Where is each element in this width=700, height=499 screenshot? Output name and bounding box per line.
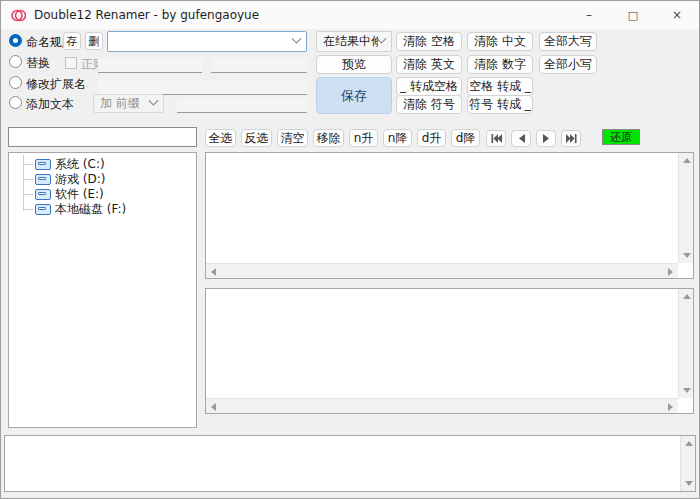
tree-item-drive-e[interactable]: 软件 (E:) bbox=[9, 187, 104, 202]
tree-item-drive-f[interactable]: 本地磁盘 (F:) bbox=[9, 202, 126, 217]
last-page-button[interactable] bbox=[561, 130, 581, 147]
drive-icon bbox=[35, 189, 51, 200]
first-page-button[interactable] bbox=[486, 130, 506, 147]
tree-connector bbox=[23, 209, 33, 210]
sort-date-desc-button[interactable]: d降 bbox=[451, 129, 480, 147]
drive-slot bbox=[38, 207, 46, 210]
next-page-button[interactable] bbox=[536, 130, 556, 147]
extension-field[interactable] bbox=[98, 80, 307, 95]
drive-label: 本地磁盘 (F:) bbox=[55, 201, 126, 218]
text-position-value: 加 前缀 bbox=[100, 95, 150, 112]
scroll-down-icon[interactable] bbox=[683, 253, 691, 258]
previous-page-button[interactable] bbox=[511, 130, 531, 147]
uppercase-button[interactable]: 全部大写 bbox=[539, 32, 597, 51]
clear-symbols-button[interactable]: 清除 符号 bbox=[396, 95, 462, 114]
scroll-up-icon[interactable] bbox=[685, 441, 693, 446]
close-button[interactable]: × bbox=[655, 1, 699, 29]
scroll-left-icon[interactable] bbox=[211, 268, 216, 276]
save-rule-button[interactable]: 存 bbox=[63, 32, 81, 50]
drive-icon bbox=[35, 159, 51, 170]
minimize-button[interactable]: – bbox=[567, 1, 611, 29]
horizontal-scrollbar[interactable] bbox=[206, 263, 678, 278]
maximize-button[interactable]: □ bbox=[611, 1, 655, 29]
vertical-scrollbar[interactable] bbox=[680, 436, 695, 491]
drive-slot bbox=[38, 192, 46, 195]
symbols-to-underscore-button[interactable]: 符号 转成 _ bbox=[467, 95, 533, 114]
scope-dropdown-value: 在结果中修改 bbox=[323, 33, 378, 50]
clear-english-button[interactable]: 清除 英文 bbox=[396, 55, 462, 74]
app-window: Double12 Renamer - by gufengaoyue – □ × … bbox=[0, 0, 700, 499]
radio-add-text[interactable] bbox=[9, 96, 22, 109]
regex-checkbox[interactable] bbox=[65, 57, 77, 69]
select-all-button[interactable]: 全选 bbox=[205, 129, 236, 147]
scroll-right-icon[interactable] bbox=[668, 268, 673, 276]
vertical-scrollbar[interactable] bbox=[678, 289, 693, 398]
window-title: Double12 Renamer - by gufengaoyue bbox=[34, 8, 259, 22]
tree-connector bbox=[23, 194, 33, 195]
chevron-down-icon bbox=[292, 34, 302, 44]
replace-find-field[interactable] bbox=[98, 58, 202, 73]
scroll-right-icon[interactable] bbox=[668, 403, 673, 411]
add-text-label: 添加文本 bbox=[26, 96, 74, 113]
tree-connector bbox=[23, 179, 33, 180]
delete-rule-button[interactable]: 删 bbox=[85, 32, 103, 50]
sort-date-asc-button[interactable]: d升 bbox=[417, 129, 446, 147]
remove-button[interactable]: 移除 bbox=[313, 129, 344, 147]
tree-connector bbox=[23, 164, 33, 165]
space-to-underscore-button[interactable]: 空格 转成 _ bbox=[467, 77, 533, 96]
tree-filter-input[interactable] bbox=[8, 127, 197, 147]
vertical-scrollbar[interactable] bbox=[678, 153, 693, 263]
preview-names-list[interactable] bbox=[205, 288, 694, 414]
lowercase-button[interactable]: 全部小写 bbox=[539, 55, 597, 74]
scope-dropdown[interactable]: 在结果中修改 bbox=[316, 31, 392, 52]
app-logo-icon bbox=[11, 8, 26, 23]
clear-spaces-button[interactable]: 清除 空格 bbox=[396, 32, 462, 51]
sort-name-desc-button[interactable]: n降 bbox=[383, 129, 412, 147]
replace-with-field[interactable] bbox=[211, 58, 307, 73]
clear-digits-button[interactable]: 清除 数字 bbox=[467, 55, 533, 74]
radio-naming-rule[interactable] bbox=[9, 34, 22, 47]
chevron-down-icon bbox=[149, 96, 159, 106]
save-button[interactable]: 保存 bbox=[316, 77, 392, 114]
scroll-down-icon[interactable] bbox=[683, 388, 691, 393]
scroll-up-icon[interactable] bbox=[683, 294, 691, 299]
preview-button[interactable]: 预览 bbox=[316, 55, 392, 74]
clear-chinese-button[interactable]: 清除 中文 bbox=[467, 32, 533, 51]
invert-selection-button[interactable]: 反选 bbox=[241, 129, 272, 147]
drive-slot bbox=[38, 177, 46, 180]
scroll-left-icon[interactable] bbox=[211, 403, 216, 411]
window-controls: – □ × bbox=[567, 1, 699, 29]
text-position-dropdown[interactable]: 加 前缀 bbox=[93, 94, 164, 113]
add-text-field[interactable] bbox=[177, 98, 307, 113]
change-extension-label: 修改扩展名 bbox=[26, 76, 86, 93]
original-names-list[interactable] bbox=[205, 152, 694, 279]
drive-icon bbox=[35, 204, 51, 215]
underscore-to-space-button[interactable]: _ 转成空格 bbox=[396, 77, 462, 96]
clear-list-button[interactable]: 清空 bbox=[277, 129, 308, 147]
replace-label: 替换 bbox=[26, 55, 50, 72]
drive-tree-panel[interactable]: 系统 (C:) 游戏 (D:) 软件 (E:) 本地磁盘 (F:) bbox=[8, 152, 197, 428]
scroll-down-icon[interactable] bbox=[685, 481, 693, 486]
scroll-up-icon[interactable] bbox=[683, 158, 691, 163]
drive-icon bbox=[35, 174, 51, 185]
tree-item-drive-d[interactable]: 游戏 (D:) bbox=[9, 172, 105, 187]
chevron-down-icon bbox=[377, 34, 387, 44]
tree-item-drive-c[interactable]: 系统 (C:) bbox=[9, 157, 105, 172]
radio-replace[interactable] bbox=[9, 55, 22, 68]
naming-rule-combobox[interactable] bbox=[107, 31, 307, 52]
restore-button[interactable]: 还原 bbox=[602, 129, 640, 145]
log-panel[interactable] bbox=[4, 435, 696, 492]
drive-slot bbox=[38, 162, 46, 165]
title-bar: Double12 Renamer - by gufengaoyue – □ × bbox=[1, 1, 699, 29]
horizontal-scrollbar[interactable] bbox=[206, 398, 678, 413]
sort-name-asc-button[interactable]: n升 bbox=[349, 129, 378, 147]
radio-change-extension[interactable] bbox=[9, 76, 22, 89]
